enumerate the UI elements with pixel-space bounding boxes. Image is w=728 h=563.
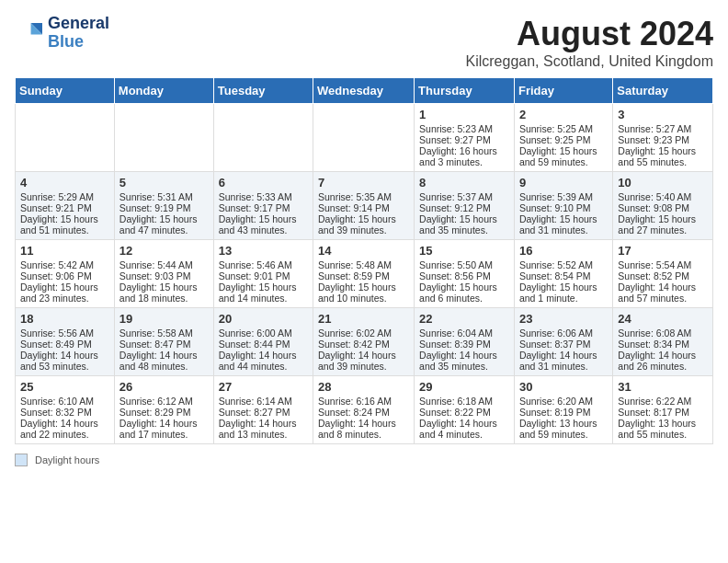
page-subtitle: Kilcreggan, Scotland, United Kingdom	[466, 53, 714, 70]
calendar-cell: 29Sunrise: 6:18 AMSunset: 8:22 PMDayligh…	[415, 376, 515, 444]
day-number: 12	[119, 244, 209, 258]
daylight-text: Daylight: 14 hours and 26 minutes.	[618, 350, 708, 372]
header-day: Thursday	[415, 78, 515, 104]
sunset-text: Sunset: 8:42 PM	[318, 339, 409, 350]
sunset-text: Sunset: 8:52 PM	[618, 270, 708, 282]
day-number: 29	[419, 380, 509, 394]
calendar-cell: 27Sunrise: 6:14 AMSunset: 8:27 PMDayligh…	[213, 376, 313, 444]
sunrise-text: Sunrise: 5:48 AM	[318, 259, 409, 270]
calendar-cell: 11Sunrise: 5:42 AMSunset: 9:06 PMDayligh…	[16, 240, 115, 308]
calendar-cell: 4Sunrise: 5:29 AMSunset: 9:21 PMDaylight…	[16, 172, 115, 240]
calendar-cell: 1Sunrise: 5:23 AMSunset: 9:27 PMDaylight…	[415, 104, 515, 172]
logo-icon	[15, 20, 44, 46]
sunset-text: Sunset: 8:19 PM	[519, 407, 608, 418]
daylight-text: Daylight: 14 hours and 39 minutes.	[318, 350, 409, 372]
sunset-text: Sunset: 8:29 PM	[119, 407, 209, 418]
sunset-text: Sunset: 8:17 PM	[618, 407, 708, 418]
daylight-text: Daylight: 14 hours and 31 minutes.	[519, 350, 608, 372]
sunset-text: Sunset: 8:32 PM	[20, 407, 109, 418]
day-number: 27	[219, 380, 308, 394]
day-number: 13	[219, 244, 308, 258]
page-header: General Blue August 2024 Kilcreggan, Sco…	[15, 15, 713, 70]
day-number: 10	[618, 176, 708, 190]
day-number: 14	[318, 244, 409, 258]
day-number: 8	[419, 176, 509, 190]
daylight-text: Daylight: 16 hours and 3 minutes.	[419, 145, 509, 167]
sunset-text: Sunset: 9:12 PM	[419, 202, 509, 213]
day-number: 20	[219, 312, 308, 326]
sunrise-text: Sunrise: 6:06 AM	[519, 327, 608, 339]
daylight-text: Daylight: 14 hours and 13 minutes.	[219, 418, 308, 440]
page-title: August 2024	[466, 15, 714, 53]
calendar-cell: 2Sunrise: 5:25 AMSunset: 9:25 PMDaylight…	[514, 104, 612, 172]
daylight-text: Daylight: 15 hours and 55 minutes.	[618, 145, 708, 167]
day-number: 1	[419, 108, 509, 121]
sunset-text: Sunset: 8:47 PM	[119, 339, 209, 350]
sunrise-text: Sunrise: 5:39 AM	[519, 191, 608, 202]
sunset-text: Sunset: 9:23 PM	[618, 134, 708, 145]
sunrise-text: Sunrise: 5:50 AM	[419, 259, 509, 270]
calendar-cell: 10Sunrise: 5:40 AMSunset: 9:08 PMDayligh…	[613, 172, 713, 240]
daylight-text: Daylight: 14 hours and 53 minutes.	[20, 350, 109, 372]
header-row: SundayMondayTuesdayWednesdayThursdayFrid…	[16, 78, 713, 104]
sunset-text: Sunset: 8:22 PM	[419, 407, 509, 418]
day-number: 4	[20, 176, 109, 190]
day-number: 3	[618, 108, 708, 121]
sunset-text: Sunset: 9:01 PM	[219, 270, 308, 282]
calendar-cell: 3Sunrise: 5:27 AMSunset: 9:23 PMDaylight…	[613, 104, 713, 172]
logo-text: General Blue	[48, 15, 109, 52]
daylight-text: Daylight: 14 hours and 35 minutes.	[419, 350, 509, 372]
day-number: 18	[20, 312, 109, 326]
daylight-text: Daylight: 13 hours and 59 minutes.	[519, 418, 608, 440]
calendar-body: 1Sunrise: 5:23 AMSunset: 9:27 PMDaylight…	[16, 104, 713, 444]
day-number: 31	[618, 380, 708, 394]
sunset-text: Sunset: 8:59 PM	[318, 270, 409, 282]
sunrise-text: Sunrise: 5:52 AM	[519, 259, 608, 270]
daylight-text: Daylight: 14 hours and 44 minutes.	[219, 350, 308, 372]
calendar-cell: 22Sunrise: 6:04 AMSunset: 8:39 PMDayligh…	[415, 308, 515, 376]
calendar-cell	[16, 104, 115, 172]
daylight-text: Daylight: 15 hours and 51 minutes.	[20, 213, 109, 236]
calendar-header: SundayMondayTuesdayWednesdayThursdayFrid…	[16, 78, 713, 104]
day-number: 15	[419, 244, 509, 258]
calendar-cell: 16Sunrise: 5:52 AMSunset: 8:54 PMDayligh…	[514, 240, 612, 308]
sunrise-text: Sunrise: 5:37 AM	[419, 191, 509, 202]
daylight-text: Daylight: 15 hours and 23 minutes.	[20, 282, 109, 304]
sunset-text: Sunset: 9:21 PM	[20, 202, 109, 213]
daylight-text: Daylight: 15 hours and 59 minutes.	[519, 145, 608, 167]
sunrise-text: Sunrise: 6:00 AM	[219, 327, 308, 339]
sunrise-text: Sunrise: 6:04 AM	[419, 327, 509, 339]
calendar-week-row: 1Sunrise: 5:23 AMSunset: 9:27 PMDaylight…	[16, 104, 713, 172]
calendar-cell: 19Sunrise: 5:58 AMSunset: 8:47 PMDayligh…	[114, 308, 213, 376]
day-number: 17	[618, 244, 708, 258]
day-number: 11	[20, 244, 109, 258]
calendar-cell: 25Sunrise: 6:10 AMSunset: 8:32 PMDayligh…	[16, 376, 115, 444]
sunset-text: Sunset: 8:56 PM	[419, 270, 509, 282]
calendar-cell: 9Sunrise: 5:39 AMSunset: 9:10 PMDaylight…	[514, 172, 612, 240]
calendar-cell	[313, 104, 415, 172]
sunrise-text: Sunrise: 5:35 AM	[318, 191, 409, 202]
sunset-text: Sunset: 9:10 PM	[519, 202, 608, 213]
day-number: 2	[519, 108, 608, 121]
sunset-text: Sunset: 8:49 PM	[20, 339, 109, 350]
calendar-cell	[114, 104, 213, 172]
calendar-cell: 13Sunrise: 5:46 AMSunset: 9:01 PMDayligh…	[213, 240, 313, 308]
calendar-cell: 31Sunrise: 6:22 AMSunset: 8:17 PMDayligh…	[613, 376, 713, 444]
day-number: 30	[519, 380, 608, 394]
daylight-text: Daylight: 15 hours and 31 minutes.	[519, 213, 608, 236]
sunrise-text: Sunrise: 5:31 AM	[119, 191, 209, 202]
sunrise-text: Sunrise: 5:58 AM	[119, 327, 209, 339]
day-number: 28	[318, 380, 409, 394]
day-number: 25	[20, 380, 109, 394]
calendar-cell: 6Sunrise: 5:33 AMSunset: 9:17 PMDaylight…	[213, 172, 313, 240]
sunrise-text: Sunrise: 5:42 AM	[20, 259, 109, 270]
header-day: Saturday	[613, 78, 713, 104]
daylight-text: Daylight: 14 hours and 17 minutes.	[119, 418, 209, 440]
daylight-text: Daylight: 15 hours and 35 minutes.	[419, 213, 509, 236]
sunrise-text: Sunrise: 6:02 AM	[318, 327, 409, 339]
header-day: Monday	[114, 78, 213, 104]
sunset-text: Sunset: 9:03 PM	[119, 270, 209, 282]
day-number: 19	[119, 312, 209, 326]
daylight-text: Daylight: 13 hours and 55 minutes.	[618, 418, 708, 440]
calendar-cell: 15Sunrise: 5:50 AMSunset: 8:56 PMDayligh…	[415, 240, 515, 308]
